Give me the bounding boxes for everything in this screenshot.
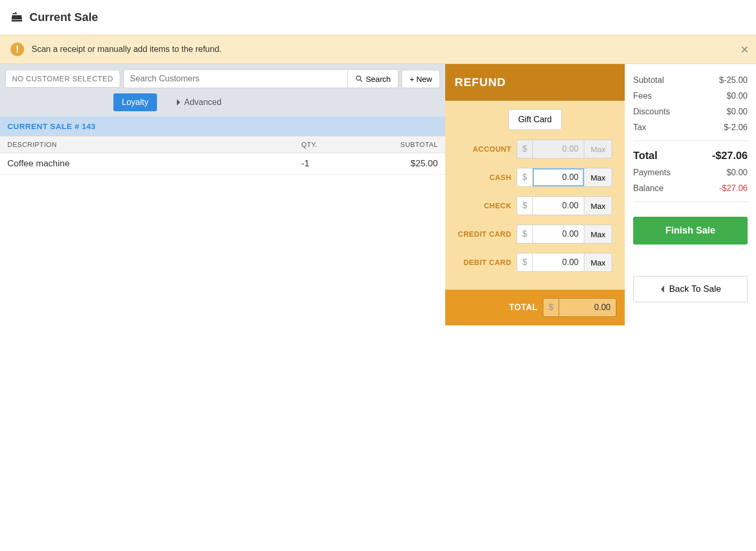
customer-tabs: Loyalty Advanced — [0, 93, 445, 116]
credit-max-button[interactable]: Max — [584, 225, 612, 243]
balance-label: Balance — [633, 184, 664, 193]
chevron-left-icon — [660, 285, 665, 293]
gift-card-button[interactable]: Gift Card — [508, 109, 562, 130]
currency-symbol: $ — [517, 253, 532, 272]
customer-bar: NO CUSTOMER SELECTED Search + New — [0, 64, 445, 93]
search-icon — [355, 75, 363, 82]
summary-panel: Subtotal$-25.00 Fees$0.00 Discounts$0.00… — [625, 64, 756, 311]
account-row: ACCOUNT $ Max — [454, 140, 616, 158]
col-description: DESCRIPTION — [7, 141, 301, 149]
account-input — [532, 140, 584, 158]
cash-max-button[interactable]: Max — [584, 168, 612, 187]
check-max-button[interactable]: Max — [584, 196, 612, 215]
total-value: -$27.06 — [712, 150, 748, 162]
notice-text: Scan a receipt or manually add items to … — [32, 45, 222, 54]
no-customer-pill[interactable]: NO CUSTOMER SELECTED — [5, 70, 120, 88]
currency-symbol: $ — [543, 298, 559, 317]
new-customer-button[interactable]: + New — [402, 70, 440, 88]
account-label: ACCOUNT — [454, 145, 511, 153]
credit-label: CREDIT CARD — [454, 230, 511, 238]
notice-banner: ! Scan a receipt or manually add items t… — [0, 35, 756, 64]
currency-symbol: $ — [517, 225, 532, 243]
search-button-label: Search — [366, 75, 391, 83]
page-header: Current Sale — [0, 0, 756, 35]
subtotal-value: $-25.00 — [719, 76, 748, 85]
payments-value: $0.00 — [727, 168, 748, 177]
plus-icon: + — [410, 75, 414, 83]
customer-search-input[interactable] — [123, 69, 348, 88]
refund-total-label: TOTAL — [454, 303, 538, 312]
debit-label: DEBIT CARD — [454, 258, 511, 267]
payments-label: Payments — [633, 168, 670, 177]
cash-row: CASH $ Max — [454, 168, 616, 187]
tax-value: $-2.06 — [724, 123, 748, 132]
balance-value: -$27.06 — [719, 184, 748, 193]
sale-table-header: DESCRIPTION QTY. SUBTOTAL — [0, 136, 445, 153]
alert-icon: ! — [10, 43, 24, 56]
debit-input[interactable] — [532, 253, 584, 272]
tab-advanced-label: Advanced — [184, 98, 222, 107]
row-subtotal: $25.00 — [364, 158, 438, 169]
discounts-label: Discounts — [633, 107, 670, 116]
refund-heading: REFUND — [445, 64, 625, 101]
col-subtotal: SUBTOTAL — [364, 141, 438, 149]
check-label: CHECK — [454, 202, 511, 210]
check-row: CHECK $ Max — [454, 196, 616, 215]
back-button-label: Back To Sale — [669, 284, 721, 294]
refund-total-input — [559, 298, 616, 317]
refund-panel: REFUND Gift Card ACCOUNT $ Max CASH $ Ma… — [445, 64, 625, 325]
row-qty: -1 — [301, 158, 364, 169]
sale-panel: NO CUSTOMER SELECTED Search + New Loyalt… — [0, 64, 445, 175]
page-title: Current Sale — [29, 10, 98, 24]
finish-sale-button[interactable]: Finish Sale — [633, 217, 748, 245]
new-button-label: New — [416, 75, 432, 83]
customer-search-button[interactable]: Search — [348, 69, 399, 88]
debit-row: DEBIT CARD $ Max — [454, 253, 616, 272]
fees-label: Fees — [633, 91, 652, 101]
cash-input[interactable] — [532, 168, 584, 187]
cash-register-icon — [10, 11, 23, 24]
discounts-value: $0.00 — [727, 107, 748, 116]
svg-point-0 — [356, 76, 360, 80]
currency-symbol: $ — [517, 140, 532, 158]
row-desc: Coffee machine — [7, 158, 301, 169]
currency-symbol: $ — [517, 168, 532, 187]
tab-loyalty[interactable]: Loyalty — [113, 93, 157, 111]
tax-label: Tax — [633, 123, 646, 132]
tab-advanced[interactable]: Advanced — [167, 93, 230, 111]
total-label: Total — [633, 150, 657, 162]
current-sale-heading: CURRENT SALE # 143 — [0, 116, 445, 136]
close-icon[interactable]: × — [741, 43, 749, 56]
svg-line-1 — [360, 80, 362, 82]
account-max-button: Max — [584, 140, 612, 158]
debit-max-button[interactable]: Max — [584, 253, 612, 272]
credit-row: CREDIT CARD $ Max — [454, 225, 616, 243]
cash-label: CASH — [454, 173, 511, 182]
subtotal-label: Subtotal — [633, 76, 664, 85]
check-input[interactable] — [532, 196, 584, 215]
chevron-right-icon — [176, 99, 181, 105]
col-qty: QTY. — [301, 141, 364, 149]
fees-value: $0.00 — [727, 91, 748, 101]
refund-total-row: TOTAL $ — [445, 290, 625, 325]
back-to-sale-button[interactable]: Back To Sale — [633, 276, 748, 302]
currency-symbol: $ — [517, 196, 532, 215]
credit-input[interactable] — [532, 225, 584, 243]
table-row[interactable]: Coffee machine -1 $25.00 — [0, 153, 445, 175]
